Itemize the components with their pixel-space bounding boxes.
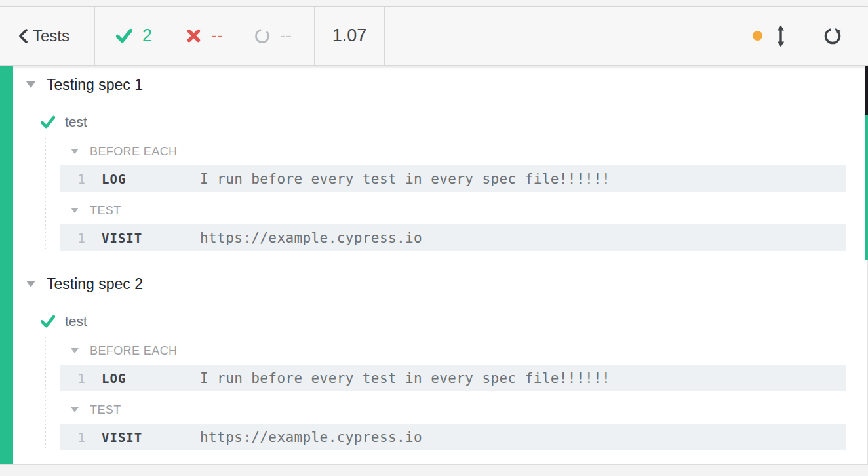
header-controls [385,7,868,65]
command-line-number: 1 [60,231,85,245]
section-header[interactable]: BEFORE EACH [71,342,868,359]
back-to-tests-button[interactable]: Tests [0,7,95,65]
chevron-down-icon [71,407,79,412]
footer-strip [0,464,868,476]
command-message: https://example.cypress.io [200,230,422,246]
pending-count: -- [280,26,292,46]
chevron-down-icon [71,208,79,213]
indent-guide [45,138,46,251]
spec-section: Testing spec 2testBEFORE EACH1LOGI run b… [0,274,868,450]
spec-header[interactable]: Testing spec 1 [26,75,868,94]
top-strip [0,0,868,7]
command-line-number: 1 [60,430,85,445]
test-name: test [65,114,87,130]
spec-header[interactable]: Testing spec 2 [26,274,868,294]
chevron-down-icon [26,281,35,287]
status-dot [753,31,762,41]
command-row[interactable]: 1VISIThttps://example.cypress.io [60,424,846,450]
section-header[interactable]: BEFORE EACH [71,143,868,160]
command-row[interactable]: 1LOGI run before every test in every spe… [60,165,846,192]
right-edge-green [865,115,868,260]
check-icon [116,28,132,43]
spec-section: Testing spec 1testBEFORE EACH1LOGI run b… [0,75,868,251]
test-stats: 2 -- -- [95,7,315,65]
right-edge-dark [865,66,868,115]
command-line-number: 1 [60,371,85,386]
x-icon [186,28,201,43]
test-block: testBEFORE EACH1LOGI run before every te… [0,311,868,450]
refresh-icon[interactable] [823,26,842,46]
spec-title: Testing spec 2 [47,275,143,293]
test-sections: BEFORE EACH1LOGI run before every test i… [0,342,868,450]
passed-count: 2 [142,26,152,46]
command-method: LOG [102,172,200,186]
spec-title: Testing spec 1 [47,76,143,94]
duration-block: 1.07 [315,7,385,65]
section-label: BEFORE EACH [90,145,177,159]
section-label: BEFORE EACH [90,344,177,358]
auto-scroll-icon[interactable] [776,25,786,47]
command-method: VISIT [102,430,200,445]
indent-guide [45,337,46,450]
test-sections: BEFORE EACH1LOGI run before every test i… [0,143,868,251]
chevron-down-icon [71,149,79,154]
chevron-down-icon [71,348,79,353]
back-label: Tests [33,27,69,45]
reporter-header: Tests 2 -- -- 1.07 [0,7,868,66]
specs-list: Testing spec 1testBEFORE EACH1LOGI run b… [0,66,868,450]
section-header[interactable]: TEST [71,401,868,418]
check-icon [41,315,55,328]
command-message: I run before every test in every spec fi… [200,171,610,187]
section-label: TEST [90,403,121,417]
command-row[interactable]: 1LOGI run before every test in every spe… [60,365,846,391]
command-message: https://example.cypress.io [200,429,422,445]
test-log-panel: Testing spec 1testBEFORE EACH1LOGI run b… [0,66,868,464]
check-icon [41,115,55,129]
command-method: VISIT [102,231,200,245]
failed-count: -- [211,26,223,46]
test-name: test [65,313,87,329]
command-line-number: 1 [60,172,85,186]
command-message: I run before every test in every spec fi… [200,370,610,386]
command-method: LOG [102,371,200,386]
section-header[interactable]: TEST [71,202,868,219]
cypress-reporter-app: Tests 2 -- -- 1.07 [0,0,868,476]
test-block: testBEFORE EACH1LOGI run before every te… [0,112,868,251]
pending-ring-icon [254,28,270,44]
chevron-left-icon [18,28,28,44]
test-duration: 1.07 [332,26,367,46]
test-result-row[interactable]: test [41,311,868,331]
test-result-row[interactable]: test [41,112,868,132]
command-row[interactable]: 1VISIThttps://example.cypress.io [60,224,846,251]
chevron-down-icon [26,81,35,88]
section-label: TEST [90,204,121,218]
